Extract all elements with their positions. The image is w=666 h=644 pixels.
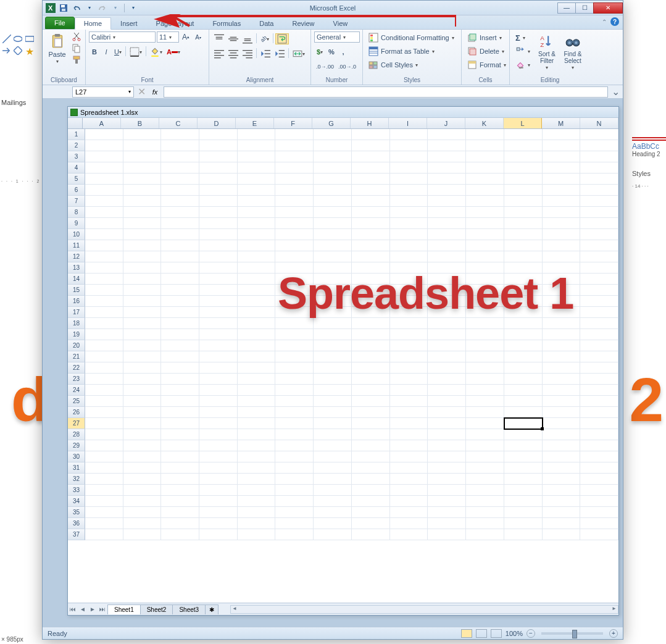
cell-I3[interactable] [390, 151, 428, 162]
cell-I32[interactable] [390, 474, 428, 485]
cell-H21[interactable] [352, 351, 390, 362]
cell-L37[interactable] [504, 529, 543, 540]
cell-E15[interactable] [238, 285, 276, 296]
cell-K16[interactable] [466, 296, 504, 307]
cell-N7[interactable] [580, 196, 618, 207]
cell-N18[interactable] [580, 318, 618, 329]
cell-A16[interactable] [85, 296, 123, 307]
cell-G20[interactable] [314, 340, 352, 351]
cell-N15[interactable] [580, 285, 618, 296]
cell-N22[interactable] [580, 362, 618, 374]
cell-H19[interactable] [352, 329, 390, 340]
cell-E22[interactable] [238, 362, 276, 374]
cell-K15[interactable] [466, 285, 504, 296]
cell-B34[interactable] [123, 496, 162, 507]
cell-M21[interactable] [543, 351, 581, 362]
normal-view-icon[interactable] [461, 629, 472, 638]
align-bottom-icon[interactable] [241, 33, 254, 44]
row-header-31[interactable]: 31 [68, 462, 85, 474]
cell-B10[interactable] [123, 229, 162, 240]
cell-L32[interactable] [504, 474, 543, 485]
fill-color-button[interactable]: ▾ [148, 46, 164, 57]
cell-A6[interactable] [85, 185, 123, 196]
cell-F3[interactable] [275, 151, 314, 162]
cell-D23[interactable] [199, 374, 238, 385]
expand-formula-bar-icon[interactable]: ⌄ [610, 86, 620, 98]
cell-D32[interactable] [199, 474, 238, 485]
row-header-34[interactable]: 34 [68, 496, 85, 507]
cell-E19[interactable] [238, 329, 276, 340]
cell-G18[interactable] [314, 318, 352, 329]
cell-A29[interactable] [85, 440, 123, 451]
cell-K34[interactable] [466, 496, 504, 507]
row-header-12[interactable]: 12 [68, 251, 85, 262]
cell-A1[interactable] [85, 129, 123, 140]
cell-J16[interactable] [428, 296, 466, 307]
last-sheet-icon[interactable]: ⏭ [98, 606, 107, 613]
cell-C1[interactable] [161, 129, 199, 140]
cell-B27[interactable] [123, 418, 162, 429]
cell-N35[interactable] [580, 507, 618, 518]
cell-I13[interactable] [390, 262, 428, 274]
cell-A12[interactable] [85, 251, 123, 262]
cell-I21[interactable] [390, 351, 428, 362]
cell-B5[interactable] [123, 174, 162, 185]
column-header-K[interactable]: K [465, 118, 504, 128]
cell-L10[interactable] [504, 229, 543, 240]
cell-A5[interactable] [85, 174, 123, 185]
cell-B11[interactable] [123, 240, 162, 251]
cell-I19[interactable] [390, 329, 428, 340]
cell-N33[interactable] [580, 485, 618, 496]
cell-E26[interactable] [238, 407, 276, 418]
row-header-29[interactable]: 29 [68, 440, 85, 451]
cell-L25[interactable] [504, 396, 543, 407]
border-button[interactable]: ▾ [128, 46, 144, 57]
cancel-formula-icon[interactable]: ✕ [136, 86, 146, 98]
cell-A11[interactable] [85, 240, 123, 251]
column-header-N[interactable]: N [580, 118, 618, 128]
cell-E36[interactable] [238, 518, 276, 529]
cell-J1[interactable] [428, 129, 466, 140]
cell-H36[interactable] [352, 518, 390, 529]
tab-view[interactable]: View [324, 17, 357, 29]
sheet-tab-1[interactable]: Sheet1 [107, 604, 141, 614]
row-header-30[interactable]: 30 [68, 451, 85, 462]
cell-E20[interactable] [238, 340, 276, 351]
save-icon[interactable] [58, 2, 69, 14]
cell-K4[interactable] [466, 162, 504, 174]
undo-icon[interactable] [71, 2, 82, 14]
cell-K35[interactable] [466, 507, 504, 518]
cell-D15[interactable] [199, 285, 238, 296]
cell-H24[interactable] [352, 385, 390, 396]
cell-J23[interactable] [428, 374, 466, 385]
cell-K9[interactable] [466, 218, 504, 229]
first-sheet-icon[interactable]: ⏮ [68, 606, 78, 613]
cell-B26[interactable] [123, 407, 162, 418]
cell-C20[interactable] [161, 340, 199, 351]
cell-K1[interactable] [466, 129, 504, 140]
cell-K29[interactable] [466, 440, 504, 451]
cell-A22[interactable] [85, 362, 123, 374]
cell-D26[interactable] [199, 407, 238, 418]
cell-E3[interactable] [238, 151, 276, 162]
cell-C16[interactable] [161, 296, 199, 307]
percent-format-icon[interactable]: % [326, 46, 337, 57]
cell-D30[interactable] [199, 451, 238, 462]
cell-I35[interactable] [390, 507, 428, 518]
cell-H31[interactable] [352, 462, 390, 474]
cell-D27[interactable] [199, 418, 238, 429]
cell-J31[interactable] [428, 462, 466, 474]
cell-K18[interactable] [466, 318, 504, 329]
cell-F36[interactable] [275, 518, 314, 529]
cell-B32[interactable] [123, 474, 162, 485]
cell-J9[interactable] [428, 218, 466, 229]
cell-K32[interactable] [466, 474, 504, 485]
cell-E32[interactable] [238, 474, 276, 485]
cell-B3[interactable] [123, 151, 162, 162]
cell-N6[interactable] [580, 185, 618, 196]
row-header-33[interactable]: 33 [68, 485, 85, 496]
sheet-tab-2[interactable]: Sheet2 [140, 604, 173, 614]
cell-L24[interactable] [504, 385, 543, 396]
cell-H25[interactable] [352, 396, 390, 407]
cell-L2[interactable] [504, 140, 543, 151]
